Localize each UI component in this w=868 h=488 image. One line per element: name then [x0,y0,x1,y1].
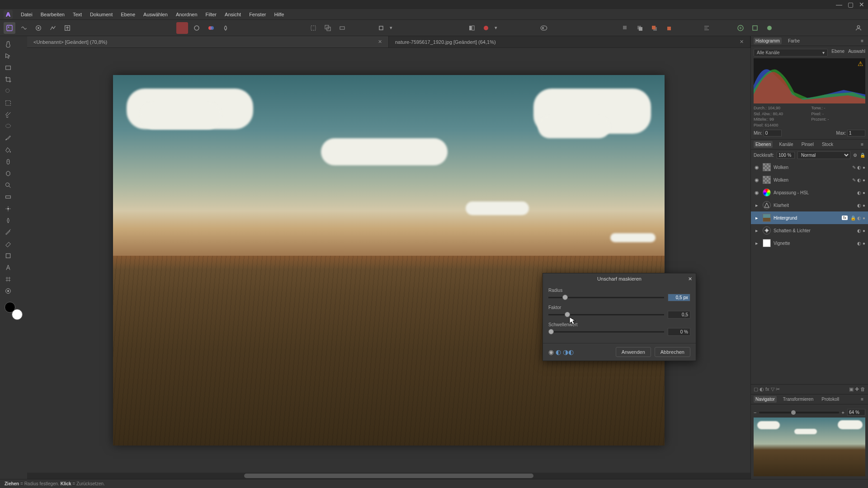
channel-select[interactable]: Alle Kanäle▾ [754,49,828,56]
menu-datei[interactable]: Datei [21,12,33,17]
panel-menu-icon[interactable]: ≡ [859,141,865,148]
schwellenwert-slider[interactable] [548,331,664,333]
view-tool-icon[interactable] [3,62,14,73]
layer-collapse-icon[interactable]: ▸ [754,240,760,246]
tab-navigator[interactable]: Navigator [754,396,777,403]
layer-target-icon[interactable]: ● [863,228,865,233]
layer-link-icon[interactable]: ◐ [857,178,861,183]
horizontal-scrollbar[interactable] [27,473,750,479]
menu-filter[interactable]: Filter [206,12,217,17]
order-back-icon[interactable] [619,22,631,34]
layer-row[interactable]: ◉ Wolken ✎◐● [751,174,868,186]
layer-target-icon[interactable]: ● [863,165,865,170]
autocontrast-icon[interactable] [205,22,217,34]
layer-target-icon[interactable]: ● [863,178,865,183]
layer-lock-icon[interactable]: 🔒 [850,216,856,221]
mesh-tool-icon[interactable] [3,274,14,285]
flood-select-icon[interactable] [3,109,14,120]
menu-hilfe[interactable]: Hilfe [274,12,284,17]
radius-slider[interactable] [548,297,664,298]
histogram-max-input[interactable] [847,130,865,136]
layer-thumbnail[interactable] [763,176,771,184]
layer-thumbnail[interactable] [763,239,771,247]
layer-name[interactable]: Anpassung - HSL [774,190,854,195]
blend-mode-select[interactable]: Normal [797,151,850,159]
schwellenwert-input[interactable] [668,328,690,336]
close-icon[interactable]: ✕ [859,1,864,8]
menu-anordnen[interactable]: Anordnen [176,12,198,17]
layer-target-icon[interactable]: ● [863,216,865,221]
layer-name[interactable]: Wolken [774,178,849,183]
canvas[interactable] [113,75,665,446]
tab-document-1[interactable]: <Unbenannt> [Geändert] (70,8%) ✕ [27,36,389,47]
tab-kanaele[interactable]: Kanäle [777,141,795,148]
split-view-icon[interactable] [466,22,477,34]
fx-badge[interactable]: fx [842,216,848,220]
menu-dokument[interactable]: Dokument [90,12,113,17]
layer-link-icon[interactable]: ◐ [857,190,861,195]
selection-new-icon[interactable] [307,22,319,34]
chevron-down-icon[interactable]: ▾ [495,25,497,31]
dialog-titlebar[interactable]: Unscharf maskieren ✕ [543,273,696,284]
tab-transformieren[interactable]: Transformieren [781,396,815,403]
layer-thumbnail[interactable] [763,214,771,222]
layer-thumbnail[interactable] [763,201,771,209]
gradient-tool-icon[interactable] [3,192,14,202]
layer-name[interactable]: Schatten & Lichter [774,228,854,233]
zoom-slider[interactable] [759,412,839,413]
tab-protokoll[interactable]: Protokoll [820,396,841,403]
crop-tool-icon[interactable] [3,74,14,85]
preview-single-icon[interactable]: ◉ [548,348,554,356]
menu-auswaehlen[interactable]: Auswählen [143,12,168,17]
layer-target-icon[interactable]: ● [863,203,865,208]
tab-document-2[interactable]: nature-7595617_1920.jpg [Geändert] (64,1… [389,36,750,47]
menu-bearbeiten[interactable]: Bearbeiten [41,12,65,17]
swatch-red-icon[interactable] [176,22,188,34]
gear-icon[interactable]: ⚙ [853,153,857,158]
menu-ansicht[interactable]: Ansicht [225,12,241,17]
persona-photo-icon[interactable] [4,22,15,34]
persona-tone-icon[interactable] [47,22,59,34]
dodge-tool-icon[interactable] [3,203,14,214]
crop-add-icon[interactable]: ✂ [776,386,780,392]
layer-name[interactable]: Hintergrund [774,216,839,221]
foreground-color-swatch[interactable] [12,309,23,320]
account-icon[interactable] [853,22,864,34]
text-tool-icon[interactable] [3,262,14,273]
maximize-icon[interactable]: ▢ [848,1,854,8]
chevron-down-icon[interactable]: ▾ [390,25,392,31]
filter-add-icon[interactable]: ▽ [771,386,774,392]
layer-row[interactable]: ▸ Hintergrund fx 🔒◐● [751,211,868,224]
healing-brush-icon[interactable] [3,156,14,167]
quick-mask-icon[interactable] [538,22,550,34]
layer-thumbnail[interactable] [763,188,771,197]
layer-link-icon[interactable]: ◐ [857,165,861,170]
faktor-input[interactable] [668,311,690,319]
layer-target-icon[interactable]: ● [863,190,865,195]
autolevels-icon[interactable] [191,22,203,34]
layer-collapse-icon[interactable]: ▸ [754,202,760,208]
dialog-close-icon[interactable]: ✕ [688,276,692,282]
zoom-tool-icon[interactable] [3,180,14,191]
faktor-slider[interactable] [548,314,664,315]
canvas-viewport[interactable] [27,48,750,473]
color-swatches[interactable] [5,302,23,320]
apply-button[interactable]: Anwenden [616,347,651,357]
add-mask-icon[interactable] [749,22,761,34]
opacity-input[interactable] [777,152,795,159]
layer-thumbnail[interactable] [763,163,771,171]
selection-brush-icon[interactable] [3,86,14,97]
tab-close-icon[interactable]: ✕ [378,39,382,45]
layer-edit-icon[interactable]: ✎ [852,178,856,183]
histogram-source-ebene[interactable]: Ebene [831,49,844,56]
layer-target-icon[interactable]: ● [863,241,865,246]
zoom-in-icon[interactable]: + [842,410,844,415]
selection-sub-icon[interactable] [336,22,348,34]
fill-tool-icon[interactable] [3,145,14,155]
new-layer-icon[interactable]: ✚ [855,386,859,392]
warning-icon[interactable]: ⚠ [858,60,863,67]
persona-export-icon[interactable] [61,22,73,34]
layer-row[interactable]: ◉ Anpassung - HSL ◐● [751,186,868,199]
histogram-source-auswahl[interactable]: Auswahl [848,49,865,56]
persona-liquify-icon[interactable] [18,22,30,34]
